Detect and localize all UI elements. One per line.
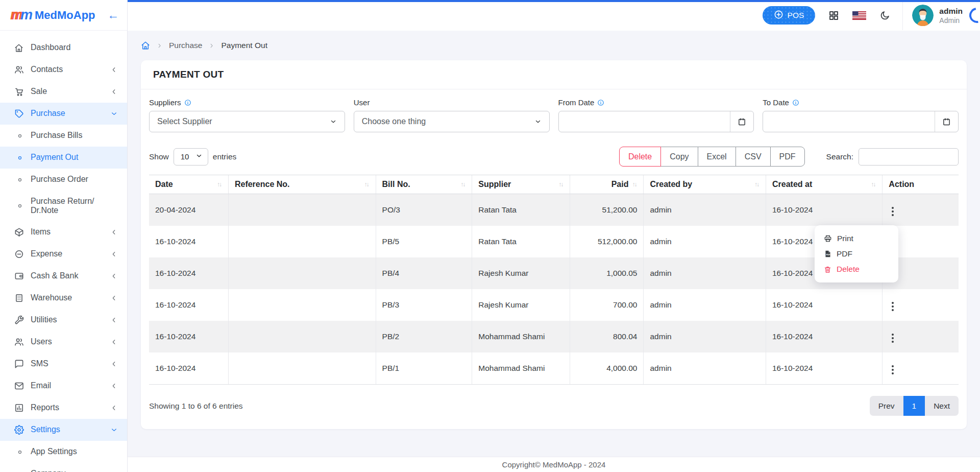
sort-icon: ↑↓ xyxy=(871,181,876,188)
svg-text:PDF: PDF xyxy=(826,253,830,256)
sidebar-item-label: Email xyxy=(31,381,110,390)
column-header-reference-no[interactable]: Reference No.↑↓ xyxy=(228,175,376,194)
page-1-button[interactable]: 1 xyxy=(903,396,925,416)
app-name: MedMoApp xyxy=(35,9,95,22)
user-role: Admin xyxy=(939,16,963,25)
cell-created-by: admin xyxy=(644,289,766,321)
calendar-icon[interactable] xyxy=(730,111,753,132)
pos-button[interactable]: POS xyxy=(763,6,816,25)
sidebar-item-settings[interactable]: Settings xyxy=(0,419,127,441)
sidebar-item-app-settings[interactable]: App Settings xyxy=(0,441,127,463)
sidebar-item-expense[interactable]: Expense xyxy=(0,243,127,265)
sidebar-item-dashboard[interactable]: Dashboard xyxy=(0,37,127,59)
sidebar-item-contacts[interactable]: Contacts xyxy=(0,59,127,81)
circle-icon xyxy=(17,177,31,182)
column-header-action: Action xyxy=(883,175,959,194)
cell-supplier: Ratan Tata xyxy=(472,194,570,226)
cell-date: 20-04-2024 xyxy=(149,194,228,226)
sidebar-item-purchase-return-dr-note[interactable]: Purchase Return/ Dr.Note xyxy=(0,191,127,221)
contacts-icon xyxy=(14,65,31,75)
column-header-paid[interactable]: Paid↑↓ xyxy=(570,175,644,194)
loading-spinner-icon xyxy=(966,5,980,26)
home-icon[interactable] xyxy=(141,41,150,50)
app-logo[interactable]: mm MedMoApp xyxy=(10,7,95,23)
topbar-divider xyxy=(902,1,903,30)
search-input[interactable] xyxy=(859,148,959,166)
chevron-left-icon xyxy=(110,360,118,368)
circle-icon xyxy=(17,450,31,455)
sidebar-item-purchase-bills[interactable]: Purchase Bills xyxy=(0,125,127,147)
cell-paid: 800.04 xyxy=(570,321,644,352)
sidebar-item-email[interactable]: Email xyxy=(0,375,127,397)
moon-icon[interactable] xyxy=(879,10,890,21)
sidebar-item-utilities[interactable]: Utilities xyxy=(0,309,127,331)
delete-export-button[interactable]: Delete xyxy=(619,147,661,167)
sidebar-item-reports[interactable]: Reports xyxy=(0,397,127,419)
cell-date: 16-10-2024 xyxy=(149,352,228,385)
supplier-select[interactable]: Select Supplier xyxy=(149,111,345,132)
avatar xyxy=(912,5,934,26)
sidebar-item-sms[interactable]: SMS xyxy=(0,353,127,375)
csv-export-button[interactable]: CSV xyxy=(736,147,771,167)
user-select[interactable]: Choose one thing xyxy=(354,111,550,132)
sidebar-item-sale[interactable]: Sale xyxy=(0,81,127,103)
us-flag-icon[interactable] xyxy=(852,11,866,20)
cell-supplier: Ratan Tata xyxy=(472,226,570,257)
from-date-input[interactable] xyxy=(558,111,754,132)
sidebar: mm MedMoApp ← DashboardContactsSalePurch… xyxy=(0,0,128,472)
excel-export-button[interactable]: Excel xyxy=(698,147,736,167)
logo-monogram-icon: mm xyxy=(10,7,31,23)
sidebar-item-users[interactable]: Users xyxy=(0,331,127,353)
sidebar-item-payment-out[interactable]: Payment Out xyxy=(0,147,127,169)
grid-icon[interactable] xyxy=(828,10,839,21)
cell-created-by: admin xyxy=(644,257,766,289)
sidebar-item-label: SMS xyxy=(31,359,110,368)
cell-paid: 700.00 xyxy=(570,289,644,321)
user-menu[interactable]: admin Admin xyxy=(912,5,963,26)
chevron-left-icon xyxy=(110,338,118,346)
pdf-export-button[interactable]: PDF xyxy=(770,147,805,167)
cell-supplier: Mohammad Shami xyxy=(472,321,570,352)
column-header-created-by[interactable]: Created by↑↓ xyxy=(644,175,766,194)
to-date-input[interactable] xyxy=(763,111,959,132)
sort-icon: ↑↓ xyxy=(754,181,760,188)
action-menu-item-print[interactable]: Print xyxy=(815,231,898,246)
cell-bill-no: PB/4 xyxy=(376,257,472,289)
action-menu-item-delete[interactable]: Delete xyxy=(815,262,898,277)
row-action-button[interactable] xyxy=(889,300,899,313)
row-action-button[interactable] xyxy=(889,332,899,345)
column-header-created-at[interactable]: Created at↑↓ xyxy=(766,175,882,194)
cell-bill-no: PB/5 xyxy=(376,226,472,257)
copyright-text: Copyright© MedMoApp - 2024 xyxy=(502,460,606,469)
gear-icon xyxy=(14,425,31,435)
to-date-label: To Date xyxy=(763,98,789,107)
box-icon xyxy=(14,227,31,237)
sidebar-item-label: Cash & Bank xyxy=(31,271,110,280)
export-button-group: DeleteCopyExcelCSVPDF xyxy=(619,147,805,167)
row-action-button[interactable] xyxy=(889,205,899,218)
sidebar-item-purchase-order[interactable]: Purchase Order xyxy=(0,169,127,191)
breadcrumb-purchase[interactable]: Purchase xyxy=(169,41,202,50)
cell-paid: 51,200.00 xyxy=(570,194,644,226)
column-header-bill-no[interactable]: Bill No.↑↓ xyxy=(376,175,472,194)
cell-paid: 1,000.05 xyxy=(570,257,644,289)
sidebar-item-cash-bank[interactable]: Cash & Bank xyxy=(0,265,127,287)
prev-page-button[interactable]: Prev xyxy=(870,396,903,416)
sidebar-item-warehouse[interactable]: Warehouse xyxy=(0,287,127,309)
sidebar-item-company[interactable]: Company xyxy=(0,463,127,472)
sidebar-nav: DashboardContactsSalePurchasePurchase Bi… xyxy=(0,31,127,472)
sidebar-collapse-icon[interactable]: ← xyxy=(107,9,119,21)
sidebar-item-label: Dashboard xyxy=(31,43,118,52)
column-header-date[interactable]: Date↑↓ xyxy=(149,175,228,194)
calendar-icon[interactable] xyxy=(935,111,958,132)
row-action-button[interactable] xyxy=(889,363,899,376)
sidebar-item-purchase[interactable]: Purchase xyxy=(0,103,127,125)
sort-icon: ↑↓ xyxy=(217,181,222,188)
column-header-supplier[interactable]: Supplier↑↓ xyxy=(472,175,570,194)
next-page-button[interactable]: Next xyxy=(925,396,959,416)
action-menu-item-pdf[interactable]: PDFPDF xyxy=(815,246,898,262)
sidebar-item-items[interactable]: Items xyxy=(0,221,127,243)
cell-created-at: 16-10-2024 xyxy=(766,321,882,352)
copy-export-button[interactable]: Copy xyxy=(660,147,698,167)
page-size-select[interactable]: 10 xyxy=(174,148,208,166)
